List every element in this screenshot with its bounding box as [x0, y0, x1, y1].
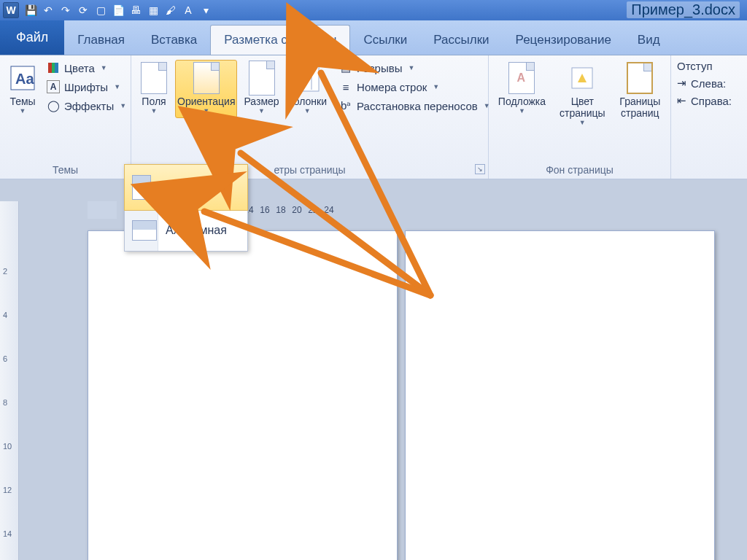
qat-new-icon[interactable]: ▢ [93, 3, 108, 18]
tab-home[interactable]: Главная [64, 26, 138, 55]
qat-brush-icon[interactable]: 🖌 [163, 3, 178, 18]
qat-undo-icon[interactable]: ↶ [41, 3, 55, 18]
hyphenation-button[interactable]: bᵃ Расстановка переносов▼ [336, 98, 493, 114]
group-page-setup: Поля ▼ Ориентация ▼ Размер ▼ Колонки ▼ [131, 55, 489, 179]
theme-effects-button[interactable]: ◯ Эффекты▼ [44, 98, 129, 114]
tab-file[interactable]: Файл [0, 20, 64, 55]
orientation-portrait-label: Книжная [160, 181, 206, 194]
ribbon: Aa Темы ▼ Цвета▼ A Шрифты▼ ◯ Эффекты▼ [0, 55, 747, 179]
chevron-down-icon: ▼ [20, 107, 26, 114]
themes-label: Темы [9, 96, 35, 107]
orientation-icon [192, 63, 221, 93]
svg-text:Aa: Aa [15, 71, 34, 87]
document-page-1[interactable] [88, 230, 398, 560]
portrait-thumb-icon [132, 175, 151, 200]
word-app-icon: W [3, 2, 19, 18]
indent-right-row[interactable]: ⇤ Справа: [677, 94, 738, 107]
margins-button[interactable]: Поля ▼ [137, 60, 171, 118]
indent-right-icon: ⇤ [677, 94, 686, 107]
size-icon [247, 63, 276, 93]
breaks-button[interactable]: ▤ Разрывы▼ [336, 60, 493, 76]
columns-icon [293, 63, 322, 93]
page-borders-icon [625, 63, 654, 93]
svg-rect-2 [295, 65, 319, 91]
colors-icon [47, 61, 60, 74]
page-color-button[interactable]: Цвет страницы ▼ [554, 60, 611, 130]
orientation-landscape-label: Альбомная [166, 224, 227, 237]
indent-left-icon: ⇥ [677, 77, 686, 90]
indent-heading: Отступ [677, 60, 738, 72]
qat-more-icon[interactable]: ▾ [198, 3, 213, 18]
qat-font-icon[interactable]: A [181, 3, 196, 18]
theme-colors-button[interactable]: Цвета▼ [44, 60, 129, 76]
page-setup-dialog-launcher[interactable]: ↘ [475, 164, 485, 174]
group-themes-label: Темы [6, 161, 125, 177]
orientation-portrait-item[interactable]: Книжная [124, 164, 248, 211]
orientation-button[interactable]: Ориентация ▼ [175, 60, 237, 118]
title-bar: W 💾 ↶ ↷ ⟳ ▢ 📄 🖶 ▦ 🖌 A ▾ Пример_3.docx [0, 0, 747, 20]
group-page-bg-label: Фон страницы [495, 161, 665, 177]
fonts-icon: A [47, 80, 60, 93]
tab-review[interactable]: Рецензирование [503, 26, 624, 55]
group-themes: Aa Темы ▼ Цвета▼ A Шрифты▼ ◯ Эффекты▼ [0, 55, 131, 179]
document-page-2[interactable] [405, 230, 715, 560]
breaks-icon: ▤ [339, 61, 352, 74]
watermark-icon: A [507, 63, 536, 93]
vertical-ruler[interactable]: 2 4 6 8 10 12 14 16 [0, 201, 19, 560]
group-page-background: A Подложка ▼ Цвет страницы ▼ Границы стр… [489, 55, 671, 179]
page-borders-button[interactable]: Границы страниц [616, 60, 665, 122]
line-numbers-icon: ≡ [339, 80, 352, 93]
document-title: Пример_3.docx [627, 1, 740, 18]
size-button[interactable]: Размер ▼ [241, 60, 281, 118]
tab-insert[interactable]: Вставка [138, 26, 210, 55]
theme-fonts-button[interactable]: A Шрифты▼ [44, 79, 129, 95]
hyphenation-icon: bᵃ [339, 99, 352, 112]
qat-redo-icon[interactable]: ↷ [58, 3, 73, 18]
line-numbers-button[interactable]: ≡ Номера строк▼ [336, 79, 493, 95]
tab-view[interactable]: Вид [624, 26, 673, 55]
columns-button[interactable]: Колонки ▼ [286, 60, 329, 118]
watermark-button[interactable]: A Подложка ▼ [495, 60, 549, 118]
effects-icon: ◯ [47, 99, 60, 112]
tab-mailings[interactable]: Рассылки [420, 26, 502, 55]
margins-icon [139, 63, 169, 93]
page-color-icon [568, 63, 597, 93]
quick-access-toolbar: 💾 ↶ ↷ ⟳ ▢ 📄 🖶 ▦ 🖌 A ▾ [23, 3, 213, 18]
qat-save-icon[interactable]: 💾 [23, 3, 38, 18]
themes-icon: Aa [8, 63, 37, 93]
orientation-dropdown: Книжная Альбомная [124, 164, 248, 252]
qat-print-icon[interactable]: 🖶 [128, 3, 143, 18]
qat-open-icon[interactable]: 📄 [111, 3, 125, 18]
indent-left-row[interactable]: ⇥ Слева: [677, 77, 738, 90]
tab-references[interactable]: Ссылки [350, 26, 420, 55]
tab-page-layout[interactable]: Разметка страницы [210, 25, 350, 55]
ribbon-tabs: Файл Главная Вставка Разметка страницы С… [0, 20, 747, 55]
group-indent: Отступ ⇥ Слева: ⇤ Справа: [671, 55, 744, 179]
document-workspace: L 14 16 18 20 22 24 2 4 6 8 10 12 14 16 [0, 179, 747, 560]
qat-refresh-icon[interactable]: ⟳ [76, 3, 90, 18]
themes-button[interactable]: Aa Темы ▼ [6, 60, 39, 118]
qat-table-icon[interactable]: ▦ [146, 3, 160, 18]
landscape-thumb-icon [132, 220, 157, 241]
orientation-landscape-item[interactable]: Альбомная [125, 210, 247, 251]
